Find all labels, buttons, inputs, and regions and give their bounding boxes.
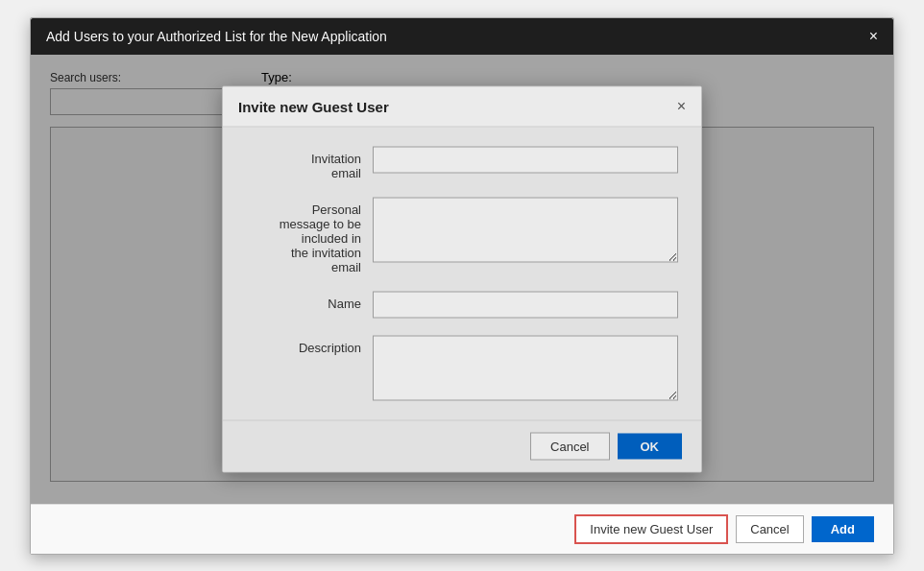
outer-dialog-footer: Invite new Guest User Cancel Add xyxy=(31,504,893,554)
invite-guest-user-button[interactable]: Invite new Guest User xyxy=(574,514,728,544)
name-row: Name xyxy=(246,291,678,318)
personal-message-textarea[interactable] xyxy=(373,197,678,262)
inner-dialog-titlebar: Invite new Guest User × xyxy=(223,86,701,127)
description-label: Description xyxy=(246,335,361,354)
personal-message-row: Personalmessage to beincluded inthe invi… xyxy=(246,197,678,274)
outer-dialog-titlebar: Add Users to your Authorized List for th… xyxy=(31,18,893,55)
personal-message-label: Personalmessage to beincluded inthe invi… xyxy=(246,197,361,274)
inner-dialog-ok-button[interactable]: OK xyxy=(618,433,683,459)
outer-dialog-add-button[interactable]: Add xyxy=(812,516,874,542)
inner-dialog-body: Invitationemail Personalmessage to beinc… xyxy=(223,127,701,419)
outer-dialog-title: Add Users to your Authorized List for th… xyxy=(46,29,387,44)
outer-dialog-close-button[interactable]: × xyxy=(869,28,878,45)
inner-dialog-cancel-button[interactable]: Cancel xyxy=(530,432,609,460)
outer-dialog-body: Search users: Type: 🔍 Search xyxy=(31,55,893,504)
name-input[interactable] xyxy=(373,291,678,318)
outer-dialog-cancel-button[interactable]: Cancel xyxy=(736,515,803,543)
inner-dialog: Invite new Guest User × Invitationemail … xyxy=(222,85,702,472)
name-label: Name xyxy=(246,291,361,310)
invitation-email-input[interactable] xyxy=(373,146,678,173)
invitation-email-row: Invitationemail xyxy=(246,146,678,179)
inner-dialog-close-button[interactable]: × xyxy=(677,99,686,114)
outer-dialog: Add Users to your Authorized List for th… xyxy=(30,17,894,555)
inner-dialog-title: Invite new Guest User xyxy=(238,98,389,114)
description-textarea[interactable] xyxy=(373,335,678,400)
description-row: Description xyxy=(246,335,678,400)
inner-dialog-footer: Cancel OK xyxy=(223,419,701,471)
invitation-email-label: Invitationemail xyxy=(246,146,361,179)
